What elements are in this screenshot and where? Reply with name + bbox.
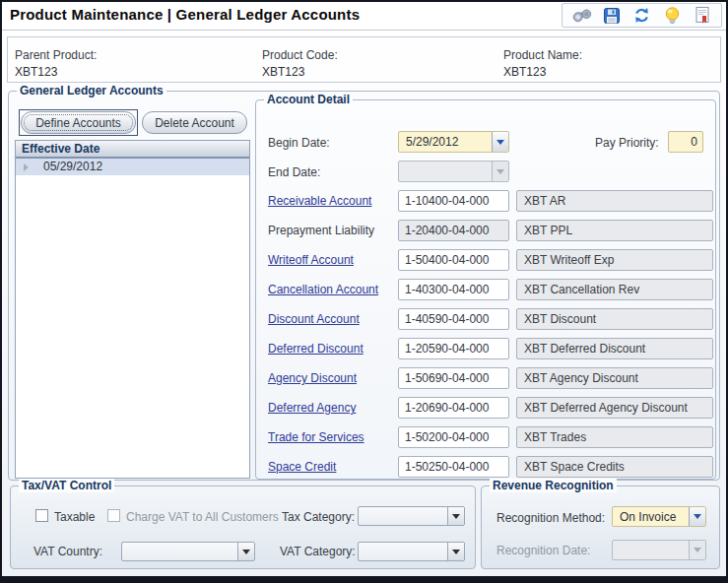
vat-category-value xyxy=(359,543,447,560)
account-link[interactable]: Writeoff Account xyxy=(268,253,354,267)
account-link[interactable]: Trade for Services xyxy=(268,430,364,444)
pay-priority-input[interactable] xyxy=(668,131,703,153)
delete-account-button[interactable]: Delete Account xyxy=(142,111,247,134)
recognition-method-select[interactable]: On Invoice xyxy=(612,506,706,527)
recognition-method-value: On Invoice xyxy=(613,507,689,526)
product-name-label: Product Name: xyxy=(503,48,582,62)
taxable-label: Taxable xyxy=(54,510,95,524)
chevron-down-icon[interactable] xyxy=(237,543,254,560)
end-date-value xyxy=(399,162,492,181)
save-icon[interactable] xyxy=(601,6,623,26)
account-code-input[interactable] xyxy=(398,249,509,271)
effective-date-row[interactable]: 05/29/2012 xyxy=(16,159,249,175)
tax-vat-control-group-label: Tax/VAT Control xyxy=(19,479,114,492)
chevron-down-icon[interactable] xyxy=(447,543,464,560)
account-row: Prepayment Liability XBT PPL xyxy=(256,220,715,241)
account-link[interactable]: Space Credit xyxy=(268,460,336,474)
account-code-input[interactable] xyxy=(398,308,509,330)
tax-category-select[interactable] xyxy=(358,506,465,526)
recognition-date-value xyxy=(613,541,689,559)
chevron-down-icon xyxy=(492,162,508,181)
account-code-input[interactable] xyxy=(398,426,509,448)
product-maintenance-window: Product Maintenance | General Ledger Acc… xyxy=(0,0,728,583)
exit-report-icon[interactable] xyxy=(692,6,713,26)
header-divider xyxy=(2,30,726,31)
account-code-input[interactable] xyxy=(398,367,509,389)
expander-icon[interactable] xyxy=(24,163,29,171)
account-desc-field: XBT PPL xyxy=(516,220,713,241)
general-ledger-accounts-group-label: General Ledger Accounts xyxy=(17,84,166,97)
account-desc-field: XBT AR xyxy=(516,190,713,212)
refresh-icon[interactable] xyxy=(631,6,653,26)
revenue-recognition-group-label: Revenue Recognition xyxy=(490,479,617,492)
page-title: Product Maintenance | General Ledger Acc… xyxy=(10,6,360,23)
account-label: Prepayment Liability xyxy=(268,224,374,237)
tax-category-label: Tax Category: xyxy=(282,510,355,524)
account-detail-group: Account Detail Begin Date: 5/29/2012 Pay… xyxy=(255,99,716,480)
account-row: Deferred Discount XBT Deferred Discount xyxy=(256,338,715,359)
chevron-down-icon[interactable] xyxy=(689,507,705,526)
vat-country-select[interactable] xyxy=(121,542,255,561)
vat-country-value xyxy=(122,543,237,560)
begin-date-value: 5/29/2012 xyxy=(399,132,492,152)
window-border-bottom xyxy=(0,576,728,583)
pay-priority-label: Pay Priority: xyxy=(595,136,659,150)
begin-date-select[interactable]: 5/29/2012 xyxy=(398,131,509,153)
chevron-down-icon[interactable] xyxy=(447,507,464,525)
account-code-input[interactable] xyxy=(398,190,509,212)
vat-category-select[interactable] xyxy=(358,542,465,561)
account-code-input[interactable] xyxy=(398,338,509,359)
account-row: Receivable Account XBT AR xyxy=(256,190,715,212)
product-code-label: Product Code: xyxy=(262,48,338,62)
revenue-recognition-group: Revenue Recognition Recognition Method: … xyxy=(481,486,720,569)
charge-vat-checkbox xyxy=(107,509,120,522)
taxable-checkbox[interactable] xyxy=(35,509,48,522)
account-link[interactable]: Deferred Discount xyxy=(268,342,364,356)
account-desc-field: XBT Trades xyxy=(516,426,713,448)
toolbar xyxy=(562,3,722,28)
general-ledger-accounts-group: General Ledger Accounts Define Accounts … xyxy=(8,91,720,481)
account-detail-group-label: Account Detail xyxy=(264,93,353,106)
account-desc-field: XBT Discount xyxy=(516,308,713,330)
recognition-date-select xyxy=(612,540,706,560)
effective-date-tree: Effective Date 05/29/2012 xyxy=(15,140,250,479)
end-date-select xyxy=(398,161,509,182)
account-row: Trade for Services XBT Trades xyxy=(256,426,715,448)
end-date-label: End Date: xyxy=(268,165,320,179)
account-code-input xyxy=(398,220,509,241)
account-row: Agency Discount XBT Agency Discount xyxy=(256,367,715,389)
account-desc-field: XBT Deferred Discount xyxy=(516,338,713,359)
window-border-left xyxy=(0,0,2,583)
effective-date-column-header[interactable]: Effective Date xyxy=(16,141,249,159)
account-code-input[interactable] xyxy=(398,279,509,300)
account-row: Deferred Agency XBT Deferred Agency Disc… xyxy=(256,397,715,419)
account-code-input[interactable] xyxy=(398,397,509,419)
binoculars-icon[interactable] xyxy=(571,6,593,26)
charge-vat-label: Charge VAT to All Customers xyxy=(126,510,279,524)
parent-product-value: XBT123 xyxy=(15,65,57,79)
define-accounts-button[interactable]: Define Accounts xyxy=(21,111,136,134)
account-link[interactable]: Receivable Account xyxy=(268,194,371,208)
product-name-value: XBT123 xyxy=(503,65,546,79)
account-desc-field: XBT Deferred Agency Discount xyxy=(516,397,713,419)
chevron-down-icon[interactable] xyxy=(492,132,508,152)
lightbulb-icon[interactable] xyxy=(661,6,683,26)
tax-category-value xyxy=(359,507,447,525)
product-code-value: XBT123 xyxy=(262,65,304,79)
account-link[interactable]: Deferred Agency xyxy=(268,401,356,415)
account-row: Space Credit XBT Space Credits xyxy=(256,456,715,478)
define-accounts-button-focus: Define Accounts xyxy=(19,109,138,136)
tax-vat-control-group: Tax/VAT Control Taxable Charge VAT to Al… xyxy=(10,486,476,569)
account-link[interactable]: Cancellation Account xyxy=(268,283,378,296)
chevron-down-icon xyxy=(689,541,705,559)
account-link[interactable]: Discount Account xyxy=(268,312,360,326)
recognition-date-label: Recognition Date: xyxy=(496,544,590,557)
account-desc-field: XBT Cancellation Rev xyxy=(516,279,713,300)
recognition-method-label: Recognition Method: xyxy=(496,511,605,525)
account-code-input[interactable] xyxy=(398,456,509,478)
account-desc-field: XBT Writeoff Exp xyxy=(516,249,713,271)
effective-date-row-label: 05/29/2012 xyxy=(43,159,102,175)
account-link[interactable]: Agency Discount xyxy=(268,371,357,385)
vat-country-label: VAT Country: xyxy=(33,545,102,558)
begin-date-label: Begin Date: xyxy=(268,136,330,150)
